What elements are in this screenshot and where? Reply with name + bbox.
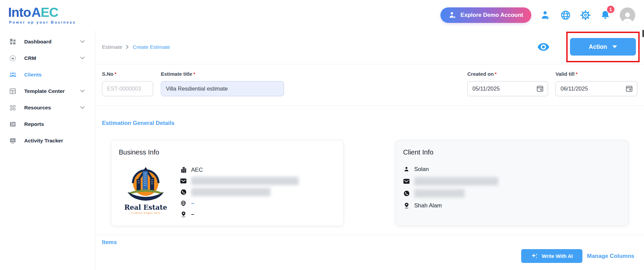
redacted-phone xyxy=(191,188,271,196)
redacted-email xyxy=(191,177,299,185)
breadcrumb-parent[interactable]: Estimate xyxy=(102,44,122,50)
required-asterisk: * xyxy=(576,71,578,77)
preview-button[interactable] xyxy=(537,42,550,52)
sidebar-label: Template Center xyxy=(24,88,65,94)
breadcrumb: Estimate Create Estimate xyxy=(102,44,170,50)
sidebar-item-template-center[interactable]: Template Center xyxy=(0,83,95,99)
business-website-value[interactable]: – xyxy=(191,200,194,207)
website-globe-icon xyxy=(180,200,187,206)
client-name: Solan xyxy=(414,166,429,173)
building-icon xyxy=(180,167,187,173)
action-highlight-annotation: Action xyxy=(566,32,640,62)
breadcrumb-bar-actions: Action xyxy=(537,32,640,62)
chevron-right-icon xyxy=(126,45,129,49)
sparkles-icon xyxy=(531,252,538,260)
sidebar-item-dashboard[interactable]: Dashboard xyxy=(0,33,95,50)
brand-a: A xyxy=(31,6,40,19)
notification-badge: 1 xyxy=(606,5,615,14)
business-logo-tagline: Creative Slogan Here xyxy=(119,212,173,214)
sno-field-group: S.No* xyxy=(102,71,153,96)
sidebar-label: Dashboard xyxy=(24,39,51,45)
business-name: AEC xyxy=(191,167,203,173)
sidebar-item-clients[interactable]: Clients xyxy=(0,66,95,83)
business-logo: Real Estate Creative Slogan Here xyxy=(119,165,173,217)
brand-tagline: Power up your Business xyxy=(8,20,76,24)
sidebar-label: Reports xyxy=(24,121,44,127)
reports-icon xyxy=(9,121,17,128)
estimate-title-label: Estimate title* xyxy=(161,71,284,77)
app-logo[interactable]: Into A EC Power up your Business xyxy=(8,6,76,24)
scrollbar-thumb[interactable] xyxy=(642,30,644,37)
action-button-label: Action xyxy=(589,43,607,50)
crm-icon xyxy=(9,55,17,62)
valid-till-field-group: Valid till* xyxy=(556,71,637,96)
write-with-ai-label: Write With AI xyxy=(542,253,573,259)
header-actions: Explore Demo Account xyxy=(440,7,635,23)
sidebar-item-reports[interactable]: Reports xyxy=(0,116,95,132)
sidebar-item-crm[interactable]: CRM xyxy=(0,50,95,66)
calendar-icon[interactable] xyxy=(536,85,544,93)
eye-icon xyxy=(537,42,550,52)
calendar-icon[interactable] xyxy=(625,85,633,93)
explore-demo-button[interactable]: Explore Demo Account xyxy=(440,7,531,23)
estimate-title-field-group: Estimate title* xyxy=(161,71,284,96)
sno-label: S.No* xyxy=(102,71,153,77)
top-header: Into A EC Power up your Business Explore… xyxy=(0,0,644,30)
business-address-value: – xyxy=(191,211,194,218)
redacted-phone xyxy=(414,189,465,198)
chevron-down-icon xyxy=(80,57,85,60)
person-icon xyxy=(403,166,410,172)
required-asterisk: * xyxy=(193,71,195,77)
explore-demo-label: Explore Demo Account xyxy=(461,12,523,19)
business-info-title: Business Info xyxy=(119,148,336,156)
settings-button[interactable] xyxy=(580,10,591,21)
activity-tracker-icon xyxy=(9,137,17,144)
caret-down-icon xyxy=(612,45,617,48)
business-address-row: – xyxy=(180,210,299,218)
manage-columns-link[interactable]: Manage Columns xyxy=(587,253,634,260)
location-pin-icon xyxy=(403,202,410,209)
business-email-row xyxy=(180,177,299,185)
app-body: Dashboard CRM Clients Template Cen xyxy=(0,30,644,270)
clients-icon xyxy=(9,71,17,78)
breadcrumb-current[interactable]: Create Estimate xyxy=(133,44,170,50)
divider xyxy=(95,105,644,106)
business-phone-row xyxy=(180,188,299,196)
sidebar-item-activity-tracker[interactable]: Activity Tracker xyxy=(0,132,95,149)
main-content: Estimate Create Estimate Action xyxy=(95,30,644,270)
language-button[interactable] xyxy=(560,10,571,21)
sno-input[interactable] xyxy=(102,81,153,96)
brand-ec: EC xyxy=(41,6,58,19)
form-spacer xyxy=(284,71,467,96)
write-with-ai-button[interactable]: Write With AI xyxy=(521,249,582,263)
client-location-row: Shah Alam xyxy=(403,201,621,210)
profile-avatar[interactable] xyxy=(620,7,635,23)
valid-till-label: Valid till* xyxy=(556,71,637,77)
brand-name: Into A EC xyxy=(8,6,76,19)
redacted-email xyxy=(414,177,498,185)
user-switch-icon xyxy=(449,11,457,19)
notifications-button[interactable]: 1 xyxy=(600,10,611,21)
brand-into: Into xyxy=(8,6,31,19)
email-icon xyxy=(180,178,187,183)
breadcrumb-bar: Estimate Create Estimate Action xyxy=(95,30,644,64)
items-heading: Items xyxy=(102,239,644,246)
globe-icon xyxy=(560,10,571,21)
required-asterisk: * xyxy=(114,71,116,77)
created-on-label: Created on* xyxy=(467,71,548,77)
gear-icon xyxy=(580,10,591,21)
avatar-person-icon xyxy=(621,10,634,23)
chevron-down-icon xyxy=(80,90,85,93)
location-pin-icon xyxy=(180,211,187,217)
sidebar-item-resources[interactable]: Resources xyxy=(0,99,95,116)
email-icon xyxy=(403,179,410,184)
client-phone-row xyxy=(403,189,621,198)
general-details-heading: Estimation General Details xyxy=(102,120,644,127)
items-toolbar: Write With AI Manage Columns xyxy=(95,249,644,263)
add-user-button[interactable] xyxy=(540,10,551,21)
divider xyxy=(95,235,644,235)
estimate-title-input[interactable] xyxy=(161,81,284,96)
business-info-card: Business Info xyxy=(111,140,344,226)
action-button[interactable]: Action xyxy=(570,38,636,56)
estimate-form-row: S.No* Estimate title* Created on* Valid … xyxy=(95,64,644,105)
